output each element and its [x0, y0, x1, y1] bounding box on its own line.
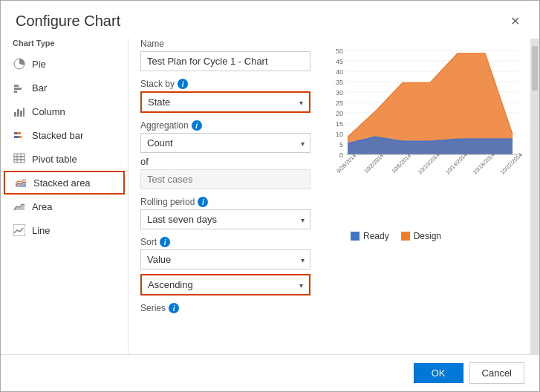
of-input[interactable]: [140, 169, 310, 189]
rolling-period-label: Rolling period i: [140, 197, 310, 207]
svg-rect-4: [14, 112, 16, 117]
svg-rect-12: [14, 154, 25, 157]
chart-type-pie-label: Pie: [32, 59, 46, 70]
stacked-area-icon: [14, 176, 27, 189]
line-icon: [13, 223, 26, 237]
chart-svg: 50 45 40 35 30 25 20 15 10 5 0: [328, 45, 525, 223]
svg-rect-14: [14, 160, 25, 163]
rolling-period-select[interactable]: Last seven days: [140, 209, 310, 229]
close-button[interactable]: ✕: [506, 13, 524, 30]
svg-rect-13: [14, 157, 25, 160]
chart-type-pivot-label: Pivot table: [32, 154, 77, 165]
svg-text:10/6/2014: 10/6/2014: [390, 152, 412, 174]
svg-rect-9: [17, 132, 21, 134]
series-label: Series i: [140, 303, 310, 313]
legend-design-label: Design: [414, 231, 441, 241]
aggregation-info-icon: i: [192, 120, 202, 131]
sort-order-select-wrapper: Ascending ▾: [140, 274, 310, 295]
ok-button[interactable]: OK: [414, 363, 463, 383]
series-info-icon: i: [169, 303, 179, 313]
svg-rect-20: [13, 224, 25, 236]
svg-text:10/2/2014: 10/2/2014: [362, 152, 385, 174]
stacked-bar-icon: [13, 128, 26, 142]
sort-order-select[interactable]: Ascending: [142, 275, 309, 294]
svg-text:5: 5: [339, 141, 343, 148]
chart-type-stacked-area-label: Stacked area: [33, 177, 91, 189]
chart-type-panel: Chart Type Pie: [1, 39, 129, 354]
svg-rect-3: [14, 91, 17, 93]
aggregation-label: Aggregation i: [140, 120, 310, 131]
svg-text:10/18/2014: 10/18/2014: [472, 151, 496, 176]
legend-ready-label: Ready: [363, 231, 389, 241]
svg-rect-8: [14, 132, 17, 134]
scroll-thumb[interactable]: [532, 46, 538, 91]
chart-type-column[interactable]: Column: [1, 99, 128, 123]
svg-text:10: 10: [336, 131, 343, 138]
stack-by-select-wrapper: State ▾: [140, 91, 310, 113]
sort-select[interactable]: Value: [140, 249, 310, 270]
stack-by-select[interactable]: State: [142, 93, 309, 111]
svg-rect-6: [20, 111, 22, 117]
svg-text:›: ›: [520, 151, 522, 159]
svg-rect-7: [23, 108, 25, 117]
chart-type-column-label: Column: [32, 106, 65, 117]
legend-ready-color: [351, 232, 360, 241]
svg-rect-55: [401, 232, 410, 241]
chart-type-pie[interactable]: Pie: [1, 52, 128, 76]
name-input[interactable]: [140, 51, 310, 71]
svg-text:9/28/2014: 9/28/2014: [335, 152, 357, 174]
sort-info-icon: i: [160, 237, 170, 247]
of-label: of: [140, 156, 310, 167]
chart-legend: Ready Design: [328, 225, 530, 244]
cancel-button[interactable]: Cancel: [469, 362, 524, 384]
configure-chart-dialog: Configure Chart ✕ Chart Type Pie: [0, 0, 540, 392]
chart-type-bar[interactable]: Bar: [1, 76, 128, 99]
stack-by-label: Stack by i: [140, 79, 310, 89]
svg-text:10/10/2014: 10/10/2014: [417, 151, 441, 176]
legend-design-color: [401, 232, 410, 241]
aggregation-select[interactable]: Count: [140, 133, 310, 153]
dialog-body: Chart Type Pie: [1, 33, 539, 354]
rolling-period-info-icon: i: [198, 197, 208, 207]
sort-order-wrapper-outer: Ascending ▾: [140, 274, 310, 295]
name-label: Name: [140, 39, 310, 49]
svg-text:20: 20: [336, 110, 343, 117]
svg-rect-2: [14, 88, 22, 90]
dialog-footer: OK Cancel: [1, 354, 539, 391]
chart-type-bar-label: Bar: [32, 82, 47, 94]
svg-rect-11: [19, 136, 22, 138]
legend-design: Design: [401, 231, 441, 241]
chart-canvas: 50 45 40 35 30 25 20 15 10 5 0: [328, 39, 530, 354]
pivot-table-icon: [13, 152, 26, 166]
svg-text:10/14/2014: 10/14/2014: [444, 151, 469, 176]
svg-text:50: 50: [336, 48, 343, 55]
chart-type-heading: Chart Type: [1, 39, 128, 52]
svg-text:45: 45: [336, 58, 343, 65]
legend-ready: Ready: [351, 231, 389, 241]
area-icon: [13, 200, 26, 213]
title-bar: Configure Chart ✕: [1, 1, 539, 33]
column-icon: [13, 105, 26, 118]
rolling-period-select-wrapper: Last seven days ▾: [140, 209, 310, 229]
chart-type-stacked-bar[interactable]: Stacked bar: [1, 123, 128, 147]
svg-text:35: 35: [336, 79, 343, 86]
chart-type-line[interactable]: Line: [1, 218, 128, 242]
chart-type-line-label: Line: [32, 225, 51, 236]
dialog-title: Configure Chart: [16, 13, 120, 30]
svg-rect-1: [14, 85, 19, 87]
svg-text:25: 25: [336, 99, 343, 107]
chart-type-area[interactable]: Area: [1, 195, 128, 218]
stack-by-info-icon: i: [178, 79, 188, 89]
svg-rect-54: [351, 232, 360, 241]
sort-label: Sort i: [140, 237, 310, 247]
chart-type-stacked-area[interactable]: Stacked area: [4, 171, 125, 195]
svg-text:0: 0: [339, 151, 343, 159]
scrollbar[interactable]: [530, 39, 539, 354]
svg-text:15: 15: [336, 120, 343, 128]
chart-type-pivot-table[interactable]: Pivot table: [1, 147, 128, 171]
svg-text:30: 30: [336, 89, 343, 97]
pie-icon: [13, 57, 26, 71]
svg-text:40: 40: [336, 68, 343, 76]
chart-type-area-label: Area: [32, 201, 52, 212]
chart-type-stacked-bar-label: Stacked bar: [32, 130, 83, 141]
